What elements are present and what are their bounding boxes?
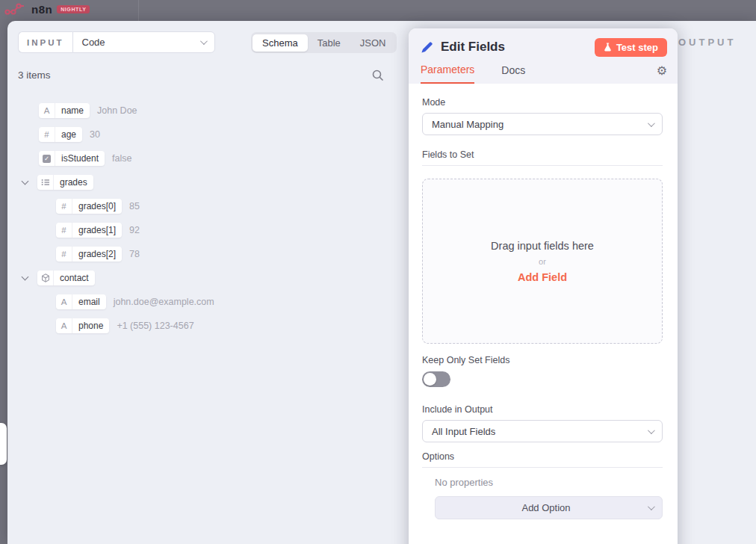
or-text: or	[539, 257, 546, 266]
string-type-icon: A	[61, 297, 67, 306]
field-pill[interactable]: contact	[37, 271, 95, 285]
include-in-output-value: All Input Fields	[432, 426, 495, 437]
flask-icon	[604, 43, 612, 52]
number-type-icon: #	[61, 202, 66, 211]
include-in-output-select[interactable]: All Input Fields	[422, 420, 663, 442]
field-key: phone	[72, 318, 109, 333]
gear-icon[interactable]: ⚙	[657, 65, 667, 81]
include-in-output-label: Include in Output	[422, 404, 493, 415]
tab-docs[interactable]: Docs	[501, 64, 525, 83]
object-icon	[41, 273, 50, 282]
test-step-label: Test step	[616, 42, 658, 53]
tree-row: #grades[0]85	[56, 198, 140, 214]
string-type-icon: A	[61, 321, 67, 330]
list-icon	[41, 178, 50, 187]
test-step-button[interactable]: Test step	[595, 38, 667, 57]
tree-row: Aphone+1 (555) 123-4567	[56, 318, 194, 334]
field-pill[interactable]: Aemail	[56, 294, 106, 309]
add-option-label: Add Option	[444, 502, 648, 513]
divider	[422, 165, 663, 166]
field-pill[interactable]: Aphone	[56, 318, 109, 333]
input-source-value: Code	[82, 37, 105, 48]
drag-hint-text: Drag input fields here	[491, 240, 594, 252]
app-logo: n8n NIGHTLY	[4, 1, 90, 16]
add-field-link[interactable]: Add Field	[518, 271, 567, 283]
input-source-group: INPUT Code	[18, 31, 215, 53]
top-bar: n8n NIGHTLY	[0, 0, 756, 21]
input-source-select[interactable]: Code	[72, 31, 215, 53]
tree-row: #age30	[39, 126, 100, 143]
tree-row: contact	[22, 270, 95, 286]
field-value: John Doe	[97, 105, 137, 116]
field-pill[interactable]: #grades[2]	[56, 247, 122, 262]
keep-only-toggle[interactable]	[422, 371, 450, 387]
edit-fields-dialog: Edit Fields Test step Parameters Docs ⚙ …	[409, 28, 678, 544]
field-pill[interactable]: ✓isStudent	[39, 151, 105, 166]
input-view-tabs: Schema Table JSON	[251, 32, 397, 53]
fields-to-set-label: Fields to Set	[422, 149, 474, 160]
field-key: grades	[54, 175, 93, 190]
field-value: 30	[90, 129, 100, 140]
field-pill[interactable]: grades	[37, 175, 93, 190]
field-key: age	[55, 127, 82, 142]
pencil-icon	[421, 41, 433, 54]
topbar-divider	[138, 0, 139, 21]
tab-json[interactable]: JSON	[350, 34, 396, 52]
dialog-tabs: Parameters Docs ⚙	[421, 63, 667, 84]
drag-drop-area[interactable]: Drag input fields here or Add Field	[422, 179, 663, 344]
field-key: email	[72, 294, 106, 309]
field-key: contact	[54, 271, 95, 285]
items-count: 3 items	[18, 69, 51, 81]
boolean-type-icon: ✓	[43, 155, 51, 163]
field-pill[interactable]: Aname	[39, 103, 90, 118]
tree-row: ✓isStudentfalse	[39, 150, 131, 167]
chevron-down-icon[interactable]	[22, 178, 29, 185]
string-type-icon: A	[44, 106, 50, 115]
mode-value: Manual Mapping	[432, 119, 504, 130]
chevron-down-icon	[648, 120, 655, 127]
nightly-badge: NIGHTLY	[57, 5, 90, 13]
number-type-icon: #	[61, 226, 66, 235]
add-option-button[interactable]: Add Option	[435, 496, 663, 519]
chevron-down-icon[interactable]	[22, 273, 29, 281]
number-type-icon: #	[61, 250, 66, 259]
tree-row: #grades[2]78	[56, 246, 140, 262]
mode-label: Mode	[422, 97, 445, 108]
options-label: Options	[422, 451, 454, 462]
tab-table[interactable]: Table	[308, 34, 350, 52]
tab-schema[interactable]: Schema	[252, 34, 308, 52]
tree-row: Aemailjohn.doe@example.com	[56, 294, 214, 310]
field-key: name	[55, 103, 90, 118]
mode-select[interactable]: Manual Mapping	[422, 113, 663, 135]
sidebar-collapse-handle[interactable]	[0, 423, 7, 465]
field-value: 92	[129, 225, 140, 235]
tree-row: #grades[1]92	[56, 222, 140, 238]
dialog-header: Edit Fields Test step Parameters Docs ⚙	[409, 28, 678, 84]
tree-row: AnameJohn Doe	[39, 102, 137, 119]
field-value: 78	[129, 249, 140, 259]
field-pill[interactable]: #grades[0]	[56, 199, 122, 214]
output-pane-label: OUTPUT	[678, 37, 736, 48]
field-key: grades[1]	[72, 223, 122, 238]
search-icon[interactable]	[371, 69, 385, 82]
field-key: isStudent	[55, 151, 105, 166]
field-key: grades[0]	[72, 199, 122, 214]
number-type-icon: #	[44, 130, 49, 139]
chevron-down-icon	[648, 427, 655, 434]
keep-only-label: Keep Only Set Fields	[422, 355, 509, 365]
n8n-logo-icon	[4, 1, 27, 16]
field-value: false	[112, 153, 131, 164]
field-pill[interactable]: #age	[39, 127, 82, 142]
tab-parameters[interactable]: Parameters	[421, 64, 474, 84]
chevron-down-icon	[648, 503, 655, 510]
chevron-down-icon	[199, 37, 207, 45]
node-detail-view: INPUT Code Schema Table JSON 3 items Ana…	[7, 21, 756, 544]
field-value: 85	[129, 201, 140, 211]
dialog-title: Edit Fields	[441, 40, 595, 55]
field-value: +1 (555) 123-4567	[117, 321, 193, 331]
toggle-knob	[424, 373, 436, 386]
divider	[422, 467, 663, 468]
tree-row: grades	[22, 174, 93, 191]
field-key: grades[2]	[72, 247, 122, 262]
field-pill[interactable]: #grades[1]	[56, 223, 122, 238]
